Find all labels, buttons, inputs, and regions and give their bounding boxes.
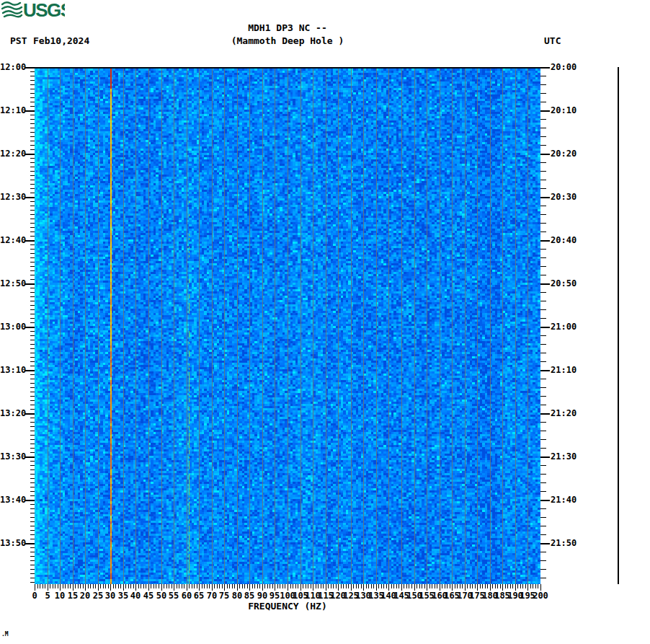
right-minor-tick [540, 266, 546, 267]
freq-minor-tick [244, 584, 245, 588]
right-minor-tick [540, 465, 546, 466]
left-minor-tick [30, 132, 35, 133]
freq-minor-tick [93, 584, 94, 588]
left-minor-tick [30, 526, 35, 526]
left-minor-tick [30, 318, 35, 319]
left-minor-tick [30, 439, 35, 440]
left-minor-tick [30, 344, 35, 345]
freq-minor-tick [247, 584, 248, 588]
left-minor-tick [30, 508, 35, 509]
left-minor-tick [30, 106, 35, 107]
left-minor-tick [30, 71, 35, 72]
freq-minor-tick [118, 584, 119, 588]
left-minor-tick [30, 418, 35, 418]
left-minor-tick [30, 115, 35, 115]
freq-major-tick [540, 584, 541, 591]
freq-minor-tick [316, 584, 316, 588]
left-major-tick [25, 456, 35, 458]
left-minor-tick [30, 123, 35, 124]
left-minor-tick [30, 348, 35, 349]
freq-minor-tick [371, 584, 372, 588]
spectrogram-page: USGS PST Feb10,2024 MDH1 DP3 NC -- (Mamm… [0, 0, 650, 644]
left-major-tick [25, 370, 35, 371]
left-minor-tick [30, 517, 35, 518]
left-minor-tick [30, 539, 35, 539]
left-minor-tick [30, 76, 35, 76]
right-minor-tick [540, 482, 546, 483]
left-minor-tick [30, 556, 35, 557]
freq-major-tick [48, 584, 48, 591]
freq-minor-tick [383, 584, 384, 588]
freq-minor-tick [156, 584, 156, 588]
freq-major-tick [515, 584, 516, 591]
right-minor-tick [540, 292, 546, 293]
freq-minor-tick [492, 584, 493, 588]
freq-minor-tick [143, 584, 144, 588]
left-minor-tick [30, 244, 35, 245]
freq-minor-tick [298, 584, 298, 588]
freq-minor-tick [207, 584, 208, 588]
right-minor-tick [540, 301, 546, 301]
freq-minor-tick [217, 584, 218, 588]
freq-minor-tick [90, 584, 91, 588]
freq-minor-tick [447, 584, 448, 588]
station-title: MDH1 DP3 NC -- [35, 22, 540, 33]
left-minor-tick [30, 227, 35, 228]
freq-minor-tick [214, 584, 215, 588]
freq-minor-tick [254, 584, 255, 588]
right-minor-tick [540, 405, 546, 405]
left-major-tick [25, 240, 35, 242]
right-axis-label: 21:00 [551, 322, 581, 332]
freq-minor-tick [53, 584, 53, 588]
freq-minor-tick [419, 584, 420, 588]
freq-minor-tick [68, 584, 68, 588]
timezone-left-label: PST [10, 35, 27, 46]
freq-major-tick [98, 584, 99, 591]
freq-minor-tick [295, 584, 296, 588]
freq-minor-tick [179, 584, 179, 588]
right-major-tick [540, 67, 550, 69]
freq-major-tick [262, 584, 263, 591]
right-axis-label: 21:50 [551, 538, 581, 548]
freq-minor-tick [500, 584, 501, 588]
right-minor-tick [540, 206, 546, 206]
left-minor-tick [30, 405, 35, 405]
freq-minor-tick [346, 584, 347, 588]
left-minor-tick [30, 292, 35, 293]
freq-minor-tick [166, 584, 167, 588]
freq-minor-tick [234, 584, 235, 588]
left-minor-tick [30, 335, 35, 336]
freq-major-tick [288, 584, 288, 591]
left-minor-tick [30, 534, 35, 535]
freq-minor-tick [323, 584, 324, 588]
freq-minor-tick [368, 584, 369, 588]
left-axis-label: 13:20 [0, 408, 26, 418]
freq-minor-tick [55, 584, 55, 588]
left-major-tick [25, 543, 35, 544]
freq-minor-tick [432, 584, 432, 588]
freq-minor-tick [194, 584, 195, 588]
left-minor-tick [30, 184, 35, 185]
freq-minor-tick [65, 584, 66, 588]
freq-major-tick [502, 584, 503, 591]
freq-minor-tick [120, 584, 121, 588]
left-minor-tick [30, 426, 35, 427]
left-minor-tick [30, 288, 35, 288]
left-minor-tick [30, 374, 35, 375]
right-major-tick [540, 110, 550, 112]
freq-major-tick [363, 584, 364, 591]
left-minor-tick [30, 275, 35, 275]
freq-minor-tick [535, 584, 536, 588]
freq-minor-tick [264, 584, 265, 588]
freq-major-tick [85, 584, 86, 591]
freq-minor-tick [75, 584, 76, 588]
freq-minor-tick [470, 584, 471, 588]
freq-minor-tick [169, 584, 169, 588]
right-minor-tick [540, 422, 546, 423]
left-minor-tick [30, 409, 35, 410]
left-axis-label: 12:30 [0, 192, 26, 202]
freq-major-tick [174, 584, 174, 591]
freq-minor-tick [356, 584, 357, 588]
right-minor-tick [540, 534, 546, 535]
freq-minor-tick [411, 584, 412, 588]
